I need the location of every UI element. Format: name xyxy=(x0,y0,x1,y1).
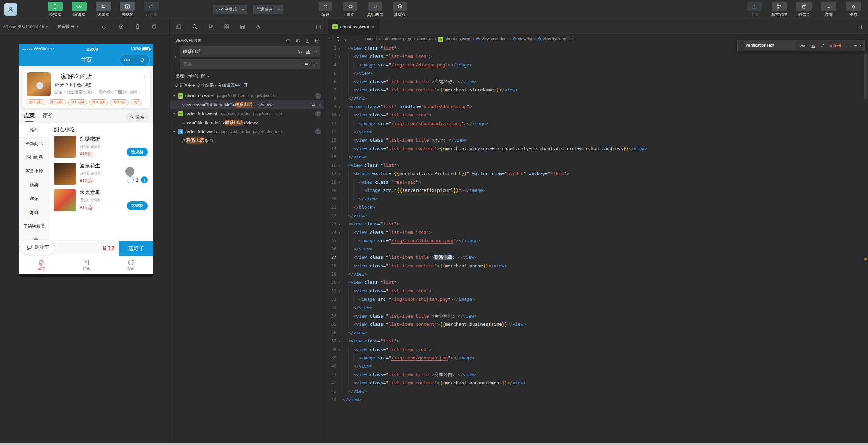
category-item[interactable]: 干锅铁板类 xyxy=(19,219,49,233)
replace-input[interactable]: 替换 AB ⇄ xyxy=(180,59,320,69)
code-line-36[interactable]: 36</view> xyxy=(325,329,868,337)
search-input[interactable]: 联系电话 Aa ab .* xyxy=(180,46,320,57)
breadcrumb-item[interactable]: pages xyxy=(365,37,377,41)
code-line-40[interactable]: 40</view> xyxy=(325,362,868,370)
code-editor[interactable]: 2∨<view class="list">3∨<view class="list… xyxy=(325,43,868,443)
editor-scrollbar[interactable] xyxy=(864,54,867,99)
replace-match-icon[interactable]: ⇄ xyxy=(312,102,315,107)
code-line-22[interactable]: 22</view> xyxy=(325,211,868,220)
close-tab-icon[interactable]: × xyxy=(371,24,374,30)
device-debug-button[interactable]: 真机调试 xyxy=(365,2,385,17)
code-line-33[interactable]: 33</view> xyxy=(325,303,868,312)
result-match-row[interactable]: view class="list-item title">联系电话： </vie… xyxy=(170,100,324,109)
category-item[interactable]: 家常小炒 xyxy=(19,164,49,178)
code-line-5[interactable]: 5</view> xyxy=(325,69,868,77)
tabbar-mine[interactable]: 我的 xyxy=(108,256,153,274)
code-line-14[interactable]: 14<view class="list-item content">{{merc… xyxy=(325,145,868,153)
code-line-4[interactable]: 4<image src="/img/icon/dianpu.png"></ima… xyxy=(325,61,868,69)
category-item[interactable]: 全部商品 xyxy=(19,137,49,151)
fold-icon[interactable]: ∨ xyxy=(337,287,343,295)
code-line-23[interactable]: 23∨<view class="list"> xyxy=(325,220,868,228)
code-line-16[interactable]: 16∨<view class="list"> xyxy=(325,161,868,169)
breadcrumb-item[interactable]: sub_home_page xyxy=(382,37,412,41)
whole-word-icon[interactable]: ab xyxy=(305,49,311,54)
plus-button[interactable]: + xyxy=(141,176,148,183)
find-next-icon[interactable]: ↓ xyxy=(850,43,852,48)
open-search-editor-icon[interactable] xyxy=(305,38,310,43)
result-file-row[interactable]: ▾<>order_info.wxmlpages\sub_order_page\o… xyxy=(170,109,324,118)
code-line-18[interactable]: 18∨<view class="real-pic"> xyxy=(325,178,868,186)
activity-search-icon[interactable] xyxy=(192,24,198,30)
fold-icon[interactable]: ∨ xyxy=(337,178,343,186)
dismiss-match-icon[interactable]: × xyxy=(319,102,321,107)
tab-order-dishes[interactable]: 点菜 xyxy=(24,112,35,122)
version-manage-button[interactable]: 版本管理 xyxy=(769,2,789,17)
fold-icon[interactable]: ∨ xyxy=(337,44,343,52)
replace-all-icon[interactable]: ⇄ xyxy=(312,61,318,67)
tab-about-us-wxml[interactable]: <> about-us.wxml × xyxy=(328,19,379,34)
find-close-icon[interactable]: × xyxy=(859,43,861,48)
category-item[interactable]: 汤类 xyxy=(19,178,49,192)
dirs-toggle[interactable]: 指定目录和排除 ▲ xyxy=(170,71,324,79)
code-line-20[interactable]: 20</view> xyxy=(325,195,868,203)
hot-reload-select[interactable]: 热重载 开 xyxy=(57,24,75,30)
fold-icon[interactable]: ∨ xyxy=(337,161,343,169)
code-line-29[interactable]: 29</view> xyxy=(325,270,868,278)
twisty-icon[interactable]: ▾ xyxy=(173,94,178,97)
code-line-42[interactable]: 42<view class="list-item content">{{merc… xyxy=(325,379,868,387)
category-item[interactable]: 炖菜 xyxy=(19,192,49,206)
code-line-6[interactable]: 6<view class="list-item title">店铺名称: </v… xyxy=(325,77,868,86)
user-avatar[interactable] xyxy=(4,3,17,16)
activity-git-icon[interactable] xyxy=(208,24,214,30)
clear-results-icon[interactable] xyxy=(295,38,300,43)
find-whole-word-icon[interactable]: ab xyxy=(810,43,816,48)
simulator-button[interactable]: 模拟器 xyxy=(45,2,65,17)
code-line-26[interactable]: 26</view> xyxy=(325,245,868,253)
fold-icon[interactable]: ∨ xyxy=(337,52,343,61)
editor-button[interactable]: </> 编辑器 xyxy=(70,2,89,17)
device-select[interactable]: iPhone 6/7/8 100% 16 xyxy=(3,24,44,29)
upload-button[interactable]: 上传 xyxy=(745,2,764,17)
dish-row[interactable]: 水果拼盘月售0 评分0¥15起选规格 xyxy=(54,189,151,211)
collapse-all-icon[interactable] xyxy=(315,38,320,43)
code-line-12[interactable]: 12</view> xyxy=(325,128,868,136)
code-line-27[interactable]: 27<view class="list-item title">联系电话: </… xyxy=(325,253,868,261)
choose-spec-button[interactable]: 选规格 xyxy=(127,201,148,210)
cart-button[interactable]: 购物车 xyxy=(21,240,55,255)
code-line-41[interactable]: 41<view class="list-item title">商家公告: </… xyxy=(325,371,868,379)
multi-window-icon[interactable] xyxy=(152,24,157,29)
restart-icon[interactable] xyxy=(102,24,107,29)
breadcrumb-item[interactable]: about-us xyxy=(417,37,433,41)
collapse-sidebar-icon[interactable] xyxy=(316,24,321,30)
outline-icon[interactable]: ≡ xyxy=(329,37,331,41)
quantity-stepper[interactable]: −1+ xyxy=(127,176,148,183)
breadcrumb-item[interactable]: view.list-item.title xyxy=(537,37,574,41)
code-line-44[interactable]: 44</view> xyxy=(325,395,868,404)
code-line-8[interactable]: 8</view> xyxy=(325,94,868,103)
category-item[interactable]: 海鲜 xyxy=(19,206,49,219)
find-input[interactable]: verificationText xyxy=(744,41,795,50)
find-regex-icon[interactable]: .* xyxy=(820,43,825,48)
code-line-34[interactable]: 34<view class="list-item title">营业时间: </… xyxy=(325,312,868,320)
breadcrumb-item[interactable]: view.container xyxy=(476,37,508,41)
find-expand-icon[interactable]: › xyxy=(741,43,742,48)
phone-frame-icon[interactable] xyxy=(135,24,140,29)
confirm-button[interactable]: 选好了 xyxy=(119,241,153,256)
code-line-30[interactable]: 30∨<view class="list"> xyxy=(325,278,868,287)
code-line-7[interactable]: 7<view class="list-item content">{{merch… xyxy=(325,86,868,94)
result-file-row[interactable]: ▾{}order_info.wxsspages\sub_order_page\o… xyxy=(170,127,324,136)
find-prev-icon[interactable]: ↑ xyxy=(846,43,848,48)
code-line-19[interactable]: 19<image src="{{serverPrefix+picUrl}}"><… xyxy=(325,186,868,195)
fold-icon[interactable]: ∨ xyxy=(337,337,343,345)
find-in-selection-icon[interactable]: ≡ xyxy=(854,43,857,48)
dish-row[interactable]: 酒鬼花生月售0 评分0¥12起−1+ xyxy=(54,163,151,185)
compile-button[interactable]: 编译 xyxy=(316,2,335,17)
result-match-row[interactable]: /* 联系电话条 */ xyxy=(170,136,324,145)
nav-forward-icon[interactable]: → xyxy=(353,36,359,42)
category-item[interactable]: 热门商品 xyxy=(19,151,49,164)
fold-icon[interactable]: ∨ xyxy=(337,169,343,178)
code-line-15[interactable]: 15</view> xyxy=(325,153,868,161)
clear-cache-button[interactable]: 清缓存 xyxy=(390,2,410,17)
result-match-row[interactable]: class="title float-left">联系电话</view> xyxy=(170,118,324,127)
find-match-case-icon[interactable]: Aa xyxy=(799,43,806,48)
